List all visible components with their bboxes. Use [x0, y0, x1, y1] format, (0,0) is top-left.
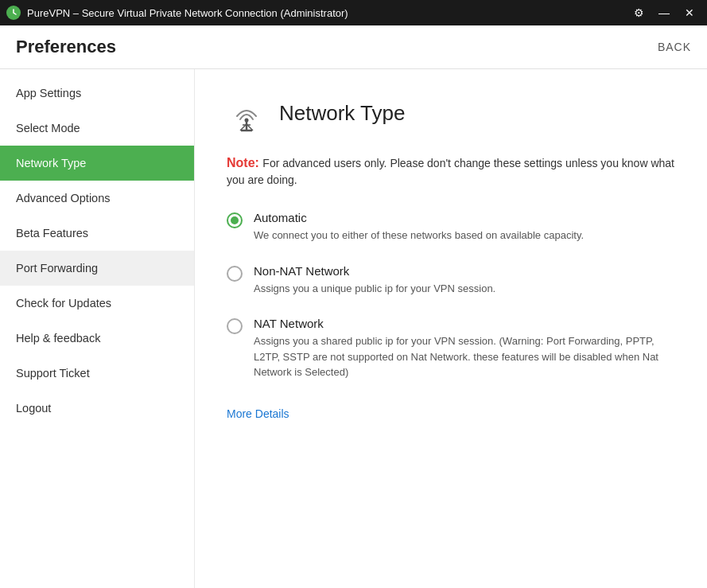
title-bar: PureVPN – Secure Virtual Private Network… [0, 0, 707, 25]
radio-automatic-content: Automatic We connect you to either of th… [254, 211, 584, 243]
note-text: For advanced users only. Please don't ch… [227, 157, 674, 186]
close-button[interactable]: ✕ [678, 4, 701, 21]
radio-non-nat-title: Non-NAT Network [254, 264, 495, 278]
radio-nat[interactable] [227, 318, 243, 334]
radio-non-nat-desc: Assigns you a unique public ip for your … [254, 281, 495, 297]
sidebar-item-select-mode[interactable]: Select Mode [0, 111, 194, 146]
content-header: Network Type [227, 93, 675, 133]
sidebar-item-logout[interactable]: Logout [0, 391, 194, 426]
back-button[interactable]: BACK [658, 41, 691, 53]
sidebar-item-advanced-options[interactable]: Advanced Options [0, 181, 194, 216]
radio-automatic-desc: We connect you to either of these networ… [254, 228, 584, 243]
preferences-header: Preferences BACK [0, 25, 707, 69]
minimize-button[interactable]: — [653, 4, 675, 21]
main-layout: App Settings Select Mode Network Type Ad… [0, 69, 707, 588]
radio-option-nat: NAT Network Assigns you a shared public … [227, 317, 675, 380]
note-box: Note: For advanced users only. Please do… [227, 155, 675, 189]
more-details-link[interactable]: More Details [227, 407, 289, 420]
network-type-icon [227, 93, 266, 133]
radio-automatic-title: Automatic [254, 211, 584, 224]
radio-automatic[interactable] [227, 212, 243, 228]
radio-nat-desc: Assigns you a shared public ip for your … [254, 333, 675, 380]
settings-button[interactable]: ⚙ [627, 4, 650, 21]
title-bar-controls: ⚙ — ✕ [627, 4, 701, 21]
title-bar-left: PureVPN – Secure Virtual Private Network… [6, 6, 348, 20]
sidebar-item-support-ticket[interactable]: Support Ticket [0, 356, 194, 391]
radio-option-non-nat: Non-NAT Network Assigns you a unique pub… [227, 264, 675, 297]
sidebar-item-app-settings[interactable]: App Settings [0, 76, 194, 111]
sidebar-item-check-updates[interactable]: Check for Updates [0, 286, 194, 321]
preferences-title: Preferences [16, 37, 116, 57]
radio-non-nat-content: Non-NAT Network Assigns you a unique pub… [254, 264, 495, 297]
sidebar-item-network-type[interactable]: Network Type [0, 146, 194, 181]
radio-non-nat[interactable] [227, 266, 243, 282]
svg-point-4 [245, 119, 249, 123]
sidebar-item-port-forwarding[interactable]: Port Forwarding [0, 251, 194, 286]
sidebar-item-beta-features[interactable]: Beta Features [0, 216, 194, 251]
note-label: Note: [227, 156, 259, 169]
sidebar: App Settings Select Mode Network Type Ad… [0, 69, 195, 588]
radio-nat-content: NAT Network Assigns you a shared public … [254, 317, 675, 380]
content-area: Network Type Note: For advanced users on… [195, 69, 707, 588]
page-title: Network Type [279, 101, 405, 126]
sidebar-item-help-feedback[interactable]: Help & feedback [0, 321, 194, 356]
window-title: PureVPN – Secure Virtual Private Network… [27, 7, 348, 19]
radio-option-automatic: Automatic We connect you to either of th… [227, 211, 675, 243]
app-logo [6, 6, 21, 20]
radio-nat-title: NAT Network [254, 317, 675, 330]
